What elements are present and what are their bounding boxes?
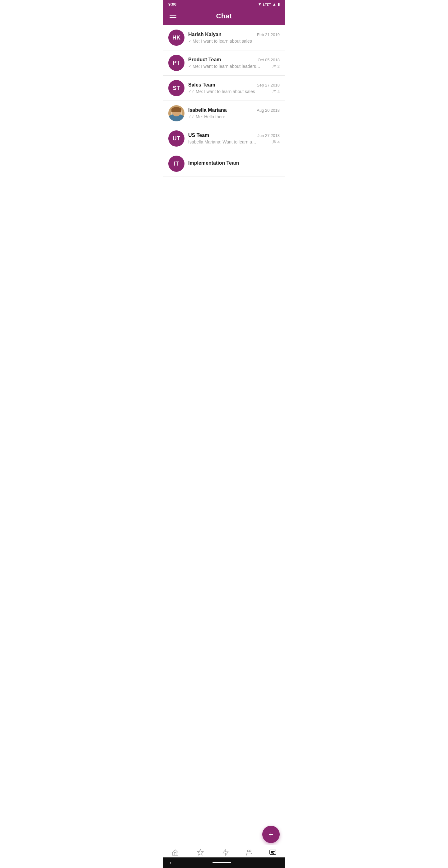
chat-item[interactable]: Isabella Mariana Aug 20,2018 ✓✓Me: Hello… [163, 101, 285, 126]
plus-icon: + [268, 829, 274, 839]
chat-date: Jun 27,2018 [257, 133, 280, 138]
avatar: IT [168, 156, 185, 172]
chat-bottom-row: ✓✓Me: Hello there [188, 114, 280, 119]
chat-top-row: Product Team Oct 05,2018 [188, 57, 280, 63]
header: Chat [163, 8, 285, 25]
svg-rect-9 [270, 850, 276, 854]
svg-point-7 [247, 850, 249, 852]
chat-date: Oct 05,2018 [258, 58, 280, 62]
buzz-icon [222, 849, 229, 858]
avatar: HK [168, 30, 185, 46]
chat-preview: ✓Me: I want to learn about leadership [188, 64, 272, 69]
chat-content: US Team Jun 27,2018 Isabella Mariana: Wa… [188, 132, 280, 145]
double-check-icon: ✓✓ [188, 89, 194, 94]
svg-point-5 [275, 141, 276, 142]
svg-point-8 [249, 850, 251, 852]
chat-bottom-row: ✓Me: I want to learn about leadership 2 [188, 64, 280, 69]
chat-top-row: Sales Team Sep 27,2018 [188, 82, 280, 88]
chat-name: Harish Kalyan [188, 32, 222, 37]
svg-point-2 [273, 90, 275, 91]
chats-icon [269, 849, 277, 858]
chat-date: Sep 27,2018 [257, 83, 280, 88]
page-title: Chat [178, 12, 270, 20]
menu-button[interactable] [168, 14, 178, 19]
avatar: PT [168, 55, 185, 71]
chat-content: Harish Kalyan Feb 21,2019 ✓Me: I want to… [188, 32, 280, 43]
chat-item[interactable]: UT US Team Jun 27,2018 Isabella Mariana:… [163, 126, 285, 151]
chat-item[interactable]: ST Sales Team Sep 27,2018 ✓✓Me: I want t… [163, 75, 285, 101]
chat-name: US Team [188, 132, 209, 138]
member-count: 2 [272, 64, 280, 69]
back-button[interactable]: ‹ [169, 860, 171, 866]
system-nav-bar: ‹ [163, 858, 285, 868]
chat-top-row: Harish Kalyan Feb 21,2019 [188, 32, 280, 37]
svg-point-4 [273, 141, 275, 142]
chat-content: Implementation Team [188, 160, 280, 167]
signal-icon: ▲ [272, 2, 276, 6]
chat-bottom-row: Isabella Mariana: Want to learn about co… [188, 140, 280, 145]
chat-date: Aug 20,2018 [257, 108, 280, 113]
home-icon [171, 849, 179, 858]
chat-bottom-row: ✓Me: I want to learn about sales [188, 39, 280, 43]
avatar: ST [168, 80, 185, 96]
teams-icon [246, 849, 253, 858]
chat-top-row: US Team Jun 27,2018 [188, 132, 280, 138]
double-check-icon: ✓✓ [188, 115, 194, 119]
chat-content: Sales Team Sep 27,2018 ✓✓Me: I want to l… [188, 82, 280, 94]
time: 9:00 [168, 2, 177, 6]
svg-point-0 [273, 65, 275, 66]
chat-preview: Isabella Mariana: Want to learn about co… [188, 140, 272, 145]
status-icons: ▼ LTER ▲ ▮ [258, 2, 280, 6]
chat-top-row: Implementation Team [188, 160, 280, 166]
check-icon: ✓ [188, 64, 191, 68]
svg-marker-6 [197, 849, 203, 855]
chat-name: Product Team [188, 57, 221, 63]
wifi-icon: ▼ [258, 2, 262, 6]
chat-content: Product Team Oct 05,2018 ✓Me: I want to … [188, 57, 280, 69]
svg-point-1 [275, 65, 276, 66]
lte-label: LTER [263, 2, 271, 6]
chat-content: Isabella Mariana Aug 20,2018 ✓✓Me: Hello… [188, 107, 280, 119]
chat-top-row: Isabella Mariana Aug 20,2018 [188, 107, 280, 113]
chat-item[interactable]: IT Implementation Team [163, 151, 285, 177]
status-bar: 9:00 ▼ LTER ▲ ▮ [163, 0, 285, 8]
avatar [168, 105, 185, 121]
chat-item[interactable]: HK Harish Kalyan Feb 21,2019 ✓Me: I want… [163, 25, 285, 51]
member-count: 4 [272, 140, 280, 145]
chat-date: Feb 21,2019 [257, 32, 280, 37]
leaderboard-icon [197, 849, 204, 858]
chat-preview: ✓✓Me: I want to learn about sales [188, 89, 272, 94]
avatar: UT [168, 130, 185, 147]
home-pill[interactable] [213, 862, 231, 863]
new-chat-button[interactable]: + [262, 826, 280, 843]
chat-list: HK Harish Kalyan Feb 21,2019 ✓Me: I want… [163, 25, 285, 208]
chat-name: Implementation Team [188, 160, 239, 166]
chat-bottom-row: ✓✓Me: I want to learn about sales 4 [188, 89, 280, 94]
chat-preview: ✓✓Me: Hello there [188, 114, 280, 119]
member-count: 4 [272, 89, 280, 94]
chat-name: Sales Team [188, 82, 215, 88]
svg-point-3 [275, 90, 276, 91]
chat-preview: ✓Me: I want to learn about sales [188, 39, 280, 43]
battery-icon: ▮ [278, 2, 280, 6]
chat-item[interactable]: PT Product Team Oct 05,2018 ✓Me: I want … [163, 51, 285, 75]
check-icon: ✓ [188, 39, 191, 43]
chat-name: Isabella Mariana [188, 107, 227, 113]
